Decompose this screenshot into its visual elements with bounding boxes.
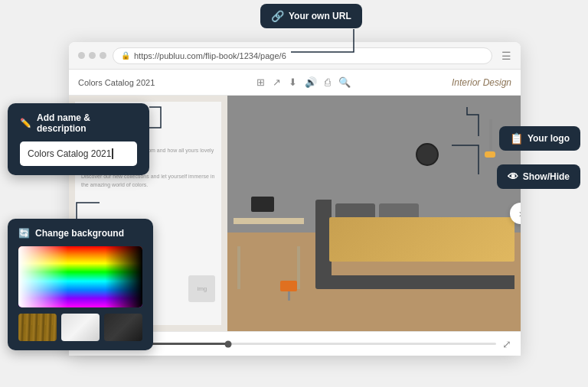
bedroom-bed bbox=[315, 200, 514, 289]
name-input-field[interactable]: Colors Catalog 2021 bbox=[20, 141, 137, 166]
share-icon[interactable]: ↗ bbox=[273, 76, 281, 88]
color-picker-gradient[interactable] bbox=[18, 246, 142, 307]
swatch-light[interactable] bbox=[61, 314, 100, 341]
progress-bar[interactable] bbox=[113, 343, 496, 345]
show-hide-label: Show/Hide bbox=[523, 171, 570, 182]
bed-frame-bottom bbox=[329, 275, 514, 289]
flipbook-catalog-title: Colors Catalog 2021 bbox=[78, 78, 155, 87]
bedroom-desk bbox=[234, 218, 304, 288]
browser-toolbar: 🔒 https://publuu.com/flip-book/1234/page… bbox=[69, 42, 521, 70]
desk-chair bbox=[280, 281, 297, 301]
desk-surface bbox=[234, 218, 304, 224]
logo-icon: 📋 bbox=[510, 132, 523, 145]
lock-icon: 🔒 bbox=[121, 51, 130, 60]
panel-name-title-text: Add name & description bbox=[37, 112, 137, 134]
audio-icon[interactable]: 🔊 bbox=[305, 76, 317, 88]
refresh-icon: 🔄 bbox=[18, 228, 30, 239]
bedroom-scene bbox=[227, 96, 521, 331]
panel-bg-title-text: Change background bbox=[35, 228, 124, 239]
flipbook-icon-group: ⊞ ↗ ⬇ 🔊 ⎙ 🔍 bbox=[256, 76, 351, 88]
wall-lamp bbox=[485, 119, 497, 161]
panel-name-title: ✏️ Add name & description bbox=[20, 112, 137, 134]
grid-icon[interactable]: ⊞ bbox=[256, 76, 265, 88]
pencil-icon: ✏️ bbox=[20, 118, 31, 128]
link-icon: 🔗 bbox=[271, 10, 284, 22]
swatch-dark[interactable] bbox=[104, 314, 142, 341]
text-cursor bbox=[112, 148, 113, 159]
name-description-panel: ✏️ Add name & description Colors Catalog… bbox=[8, 103, 149, 175]
progress-knob[interactable] bbox=[224, 340, 231, 347]
your-logo-tooltip: 📋 Your logo bbox=[499, 126, 580, 151]
wall-clock bbox=[416, 143, 439, 166]
browser-dots bbox=[78, 52, 106, 59]
url-text: https://publuu.com/flip-book/1234/page/6 bbox=[134, 51, 286, 60]
product-thumbnail: img bbox=[188, 275, 215, 302]
name-input-value: Colors Catalog 2021 bbox=[28, 148, 111, 159]
panel-bg-title: 🔄 Change background bbox=[18, 228, 142, 239]
your-own-url-tooltip: 🔗 Your own URL bbox=[260, 4, 362, 28]
browser-dot-2 bbox=[89, 52, 96, 59]
desk-leg-left bbox=[237, 246, 240, 288]
search-icon[interactable]: 🔍 bbox=[338, 76, 351, 88]
swatch-wood[interactable] bbox=[18, 314, 57, 341]
flipbook-brand: Interior Design bbox=[452, 77, 511, 88]
print-icon[interactable]: ⎙ bbox=[325, 76, 331, 88]
browser-dot-3 bbox=[100, 52, 106, 59]
desk-monitor bbox=[251, 197, 274, 212]
browser-url-bar[interactable]: 🔒 https://publuu.com/flip-book/1234/page… bbox=[113, 47, 492, 64]
your-own-url-label: Your own URL bbox=[289, 11, 351, 21]
browser-menu-icon[interactable]: ☰ bbox=[501, 50, 511, 62]
change-background-panel: 🔄 Change background bbox=[8, 219, 153, 350]
show-hide-tooltip: 👁 Show/Hide bbox=[497, 164, 580, 189]
texture-swatches bbox=[18, 314, 142, 341]
browser-dot-1 bbox=[78, 52, 85, 59]
desk-leg-right bbox=[297, 246, 300, 288]
flipbook-toolbar: Colors Catalog 2021 ⊞ ↗ ⬇ 🔊 ⎙ 🔍 Interior… bbox=[69, 70, 521, 96]
fullscreen-icon[interactable]: ⤢ bbox=[502, 338, 511, 350]
book-page-right: › bbox=[227, 96, 521, 331]
your-logo-label: Your logo bbox=[528, 133, 570, 144]
eye-icon: 👁 bbox=[508, 171, 518, 183]
bed-mattress bbox=[329, 217, 514, 262]
download-icon[interactable]: ⬇ bbox=[289, 76, 297, 88]
